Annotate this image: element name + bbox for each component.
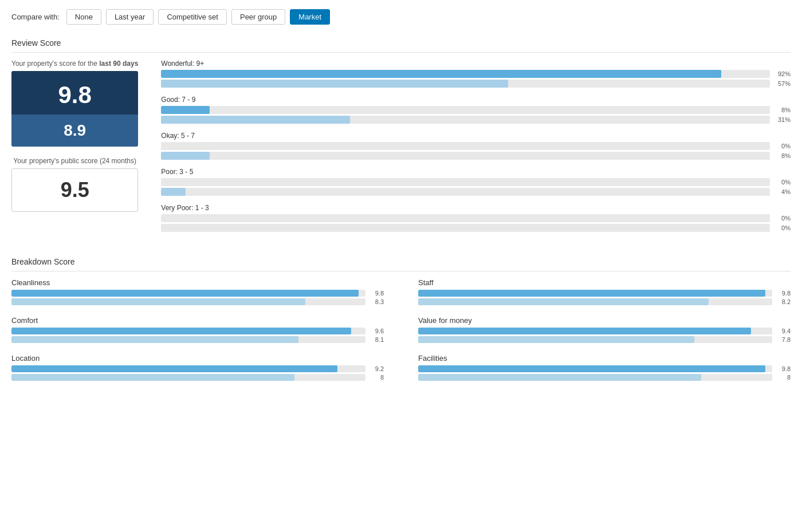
bar-fill bbox=[161, 116, 349, 124]
breakdown-fill bbox=[11, 336, 298, 343]
breakdown-val: 9.6 bbox=[370, 328, 384, 334]
bar-track bbox=[161, 188, 770, 196]
compare-btn-market[interactable]: Market bbox=[290, 9, 330, 25]
bar-row: 8% bbox=[161, 152, 791, 160]
breakdown-fill bbox=[11, 328, 351, 334]
compare-btn-last-year[interactable]: Last year bbox=[106, 9, 154, 25]
breakdown-bar-row: 9.4 bbox=[418, 328, 791, 334]
bar-row: 31% bbox=[161, 116, 791, 124]
bar-track bbox=[161, 178, 770, 186]
breakdown-val: 9.8 bbox=[777, 365, 791, 372]
breakdown-val: 9.4 bbox=[777, 328, 791, 334]
breakdown-bar-row: 8.2 bbox=[418, 298, 791, 305]
bar-group-good: Good: 7 - 9 8% 31% bbox=[161, 96, 791, 124]
breakdown-track bbox=[11, 290, 365, 297]
bar-label-poor: Poor: 3 - 5 bbox=[161, 168, 791, 176]
breakdown-item-staff: Staff 9.8 8.2 bbox=[418, 278, 791, 307]
score-box-90-label: Your property's score for the last 90 da… bbox=[11, 60, 138, 68]
bar-track bbox=[161, 106, 770, 114]
breakdown-fill bbox=[11, 365, 337, 372]
bar-pct: 0% bbox=[775, 179, 791, 186]
score-boxes: Your property's score for the last 90 da… bbox=[11, 60, 138, 212]
bar-fill bbox=[161, 70, 721, 78]
compare-btn-peer-group[interactable]: Peer group bbox=[231, 9, 285, 25]
breakdown-fill bbox=[418, 365, 765, 372]
bar-fill bbox=[161, 80, 508, 88]
bar-group-okay: Okay: 5 - 7 0% 8% bbox=[161, 132, 791, 160]
bar-track bbox=[161, 152, 770, 160]
breakdown-bar-row: 8.3 bbox=[11, 298, 384, 305]
breakdown-bar-row: 8 bbox=[418, 374, 791, 381]
bar-label-very-poor: Very Poor: 1 - 3 bbox=[161, 204, 791, 212]
review-score-section: Review Score Your property's score for t… bbox=[11, 38, 791, 240]
bar-row: 0% bbox=[161, 142, 791, 150]
breakdown-fill bbox=[418, 374, 701, 381]
breakdown-bar-row: 8.1 bbox=[11, 336, 384, 343]
bar-pct: 57% bbox=[775, 80, 791, 87]
score-bold: last 90 days bbox=[99, 60, 138, 68]
bar-label-wonderful: Wonderful: 9+ bbox=[161, 60, 791, 68]
breakdown-item-value: Value for money 9.4 7.8 bbox=[418, 316, 791, 345]
breakdown-score-section: Breakdown Score Cleanliness 9.8 8.3 Staf… bbox=[11, 257, 791, 383]
breakdown-fill bbox=[11, 298, 305, 305]
bar-label-okay: Okay: 5 - 7 bbox=[161, 132, 791, 140]
breakdown-fill bbox=[418, 328, 751, 334]
breakdown-fill bbox=[418, 336, 694, 343]
bar-pct: 0% bbox=[775, 143, 791, 149]
bar-pct: 92% bbox=[775, 70, 791, 77]
bar-group-poor: Poor: 3 - 5 0% 4% bbox=[161, 168, 791, 196]
breakdown-bar-row: 9.2 bbox=[11, 365, 384, 372]
breakdown-val: 9.8 bbox=[777, 290, 791, 297]
breakdown-fill bbox=[11, 374, 294, 381]
breakdown-bar-row: 9.8 bbox=[418, 365, 791, 372]
breakdown-track bbox=[418, 365, 772, 372]
breakdown-item-comfort: Comfort 9.6 8.1 bbox=[11, 316, 384, 345]
bar-pct: 31% bbox=[775, 116, 791, 123]
breakdown-val: 9.2 bbox=[370, 365, 384, 372]
bar-track bbox=[161, 70, 770, 78]
breakdown-track bbox=[418, 336, 772, 343]
secondary-score: 8.9 bbox=[11, 115, 138, 147]
breakdown-label: Cleanliness bbox=[11, 278, 384, 287]
breakdown-val: 8.2 bbox=[777, 298, 791, 305]
breakdown-track bbox=[11, 336, 365, 343]
breakdown-track bbox=[418, 298, 772, 305]
bar-pct: 8% bbox=[775, 107, 791, 113]
breakdown-track bbox=[11, 298, 365, 305]
compare-label: Compare with: bbox=[11, 13, 60, 21]
breakdown-track bbox=[11, 374, 365, 381]
breakdown-val: 8 bbox=[370, 374, 384, 381]
compare-btn-none[interactable]: None bbox=[66, 9, 101, 25]
breakdown-fill bbox=[418, 290, 765, 297]
bar-chart-side: Wonderful: 9+ 92% 57% Good: 7 - 9 bbox=[161, 60, 791, 240]
bar-pct: 0% bbox=[775, 224, 791, 231]
bar-fill bbox=[161, 106, 210, 114]
bar-track bbox=[161, 116, 770, 124]
breakdown-item-facilities: Facilities 9.8 8 bbox=[418, 354, 791, 383]
bar-track bbox=[161, 214, 770, 222]
bar-row: 92% bbox=[161, 70, 791, 78]
compare-bar: Compare with: None Last year Competitive… bbox=[11, 9, 791, 25]
bar-pct: 0% bbox=[775, 215, 791, 222]
breakdown-item-cleanliness: Cleanliness 9.8 8.3 bbox=[11, 278, 384, 307]
bar-fill bbox=[161, 152, 210, 160]
bar-label-good: Good: 7 - 9 bbox=[161, 96, 791, 104]
breakdown-label: Location bbox=[11, 354, 384, 362]
breakdown-val: 7.8 bbox=[777, 336, 791, 343]
breakdown-label: Staff bbox=[418, 278, 791, 287]
breakdown-item-location: Location 9.2 8 bbox=[11, 354, 384, 383]
bar-group-very-poor: Very Poor: 1 - 3 0% 0% bbox=[161, 204, 791, 232]
breakdown-bar-row: 9.8 bbox=[418, 290, 791, 297]
bar-row: 57% bbox=[161, 80, 791, 88]
bar-group-wonderful: Wonderful: 9+ 92% 57% bbox=[161, 60, 791, 88]
breakdown-bar-row: 9.6 bbox=[11, 328, 384, 334]
bar-track bbox=[161, 142, 770, 150]
breakdown-val: 8.1 bbox=[370, 336, 384, 343]
breakdown-bar-row: 7.8 bbox=[418, 336, 791, 343]
bar-fill bbox=[161, 188, 186, 196]
review-score-title: Review Score bbox=[11, 38, 791, 53]
compare-btn-competitive-set[interactable]: Competitive set bbox=[158, 9, 227, 25]
breakdown-bar-row: 9.8 bbox=[11, 290, 384, 297]
breakdown-val: 9.8 bbox=[370, 290, 384, 297]
breakdown-track bbox=[418, 374, 772, 381]
